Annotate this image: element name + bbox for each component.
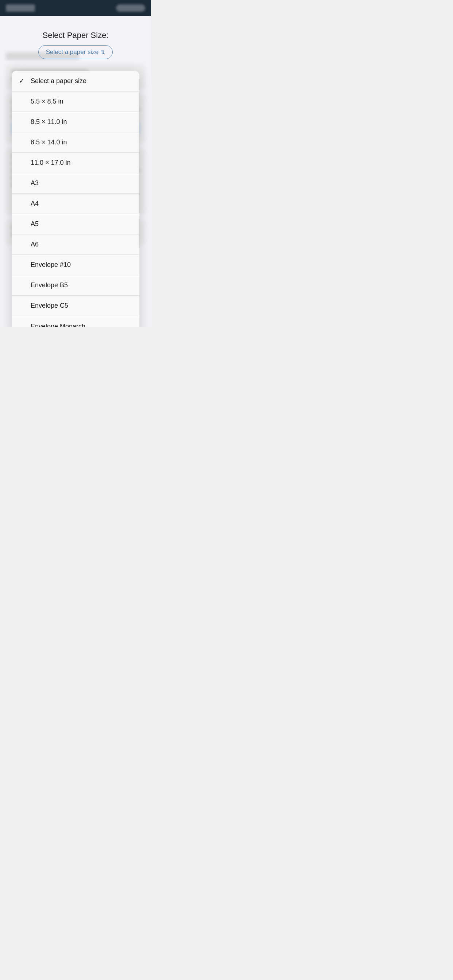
dropdown-item-label-envc5: Envelope C5 (30, 302, 68, 310)
dropdown-item-label-8x14: 8.5 × 14.0 in (30, 138, 67, 146)
dropdown-item-a6[interactable]: A6 (12, 234, 139, 255)
paper-size-label: Select Paper Size: (43, 30, 109, 40)
top-navigation (0, 0, 151, 16)
dropdown-item-a4[interactable]: A4 (12, 194, 139, 214)
dropdown-item-envb5[interactable]: Envelope B5 (12, 275, 139, 296)
dropdown-item-label-a6: A6 (30, 240, 39, 248)
dropdown-item-label-8x11: 8.5 × 11.0 in (30, 118, 67, 126)
paper-size-dropdown[interactable]: ✓Select a paper size5.5 × 8.5 in8.5 × 11… (12, 71, 139, 327)
paper-size-section: Select Paper Size: Select a paper size ⇅ (0, 30, 151, 63)
dropdown-item-label-envmonarch: Envelope Monarch (30, 323, 85, 327)
dropdown-item-default[interactable]: ✓Select a paper size (12, 71, 139, 92)
select-button-text: Select a paper size (46, 48, 99, 56)
paper-size-select-button[interactable]: Select a paper size ⇅ (38, 45, 113, 59)
main-content: Select Paper Size: Select a paper size ⇅… (0, 16, 151, 327)
select-arrow-icon: ⇅ (100, 49, 105, 55)
dropdown-item-env10[interactable]: Envelope #10 (12, 255, 139, 275)
dropdown-item-label-a4: A4 (30, 200, 39, 207)
nav-left-placeholder (6, 5, 35, 12)
dropdown-item-8x11[interactable]: 8.5 × 11.0 in (12, 112, 139, 132)
dropdown-item-label-a5: A5 (30, 220, 39, 228)
dropdown-item-label-11x17: 11.0 × 17.0 in (30, 159, 71, 167)
dropdown-item-5x8[interactable]: 5.5 × 8.5 in (12, 92, 139, 112)
dropdown-item-envc5[interactable]: Envelope C5 (12, 296, 139, 316)
nav-right-placeholder (116, 5, 145, 12)
dropdown-item-label-default: Select a paper size (30, 77, 86, 85)
dropdown-item-a5[interactable]: A5 (12, 214, 139, 234)
dropdown-item-8x14[interactable]: 8.5 × 14.0 in (12, 132, 139, 153)
check-icon-default: ✓ (19, 77, 28, 85)
dropdown-item-label-env10: Envelope #10 (30, 261, 71, 269)
dropdown-item-envmonarch[interactable]: Envelope Monarch (12, 316, 139, 327)
dropdown-item-label-a3: A3 (30, 180, 39, 187)
dropdown-item-label-envb5: Envelope B5 (30, 282, 68, 289)
dropdown-item-11x17[interactable]: 11.0 × 17.0 in (12, 153, 139, 173)
dropdown-item-label-5x8: 5.5 × 8.5 in (30, 98, 64, 105)
dropdown-item-a3[interactable]: A3 (12, 173, 139, 194)
